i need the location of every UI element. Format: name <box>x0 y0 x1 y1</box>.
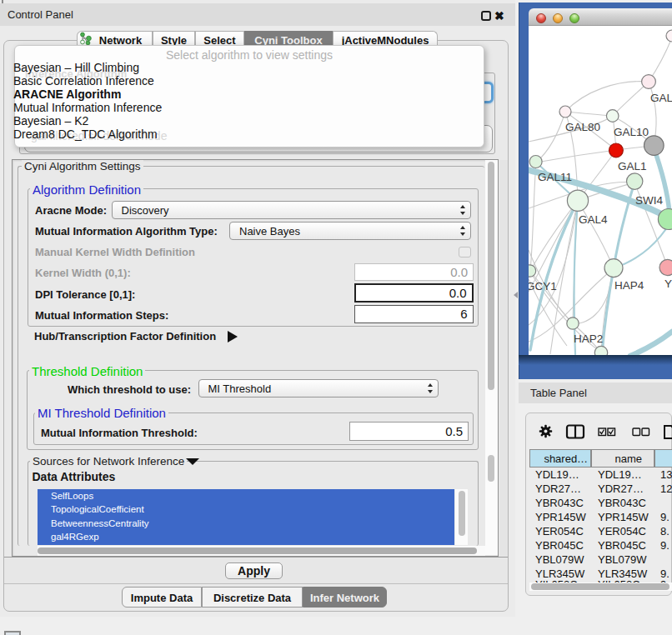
svg-text:HAP4: HAP4 <box>614 279 644 292</box>
svg-text:GCY1: GCY1 <box>529 280 557 292</box>
svg-text:GAL1: GAL1 <box>618 160 647 172</box>
svg-text:GAL2: GAL2 <box>650 92 672 104</box>
svg-text:SWI4: SWI4 <box>635 194 663 207</box>
svg-text:HAP2: HAP2 <box>574 332 603 345</box>
svg-text:GAL4: GAL4 <box>579 213 608 226</box>
svg-text:GAL10: GAL10 <box>614 126 649 138</box>
svg-text:GAL80: GAL80 <box>565 121 600 133</box>
svg-text:GAL11: GAL11 <box>538 171 572 183</box>
svg-text:Y: Y <box>664 278 672 290</box>
